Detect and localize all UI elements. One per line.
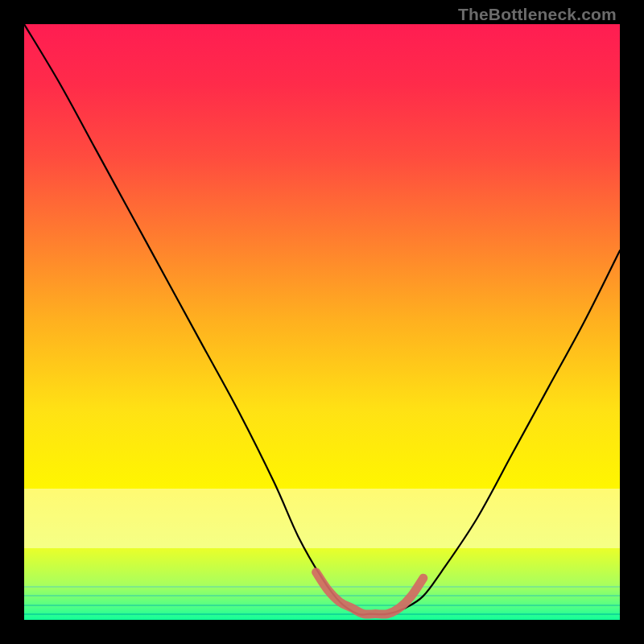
watermark-text: TheBottleneck.com (458, 5, 617, 24)
plot-area (24, 24, 620, 620)
bottleneck-curve (24, 24, 620, 615)
chart-frame: TheBottleneck.com (0, 0, 644, 644)
curve-svg (24, 24, 620, 620)
